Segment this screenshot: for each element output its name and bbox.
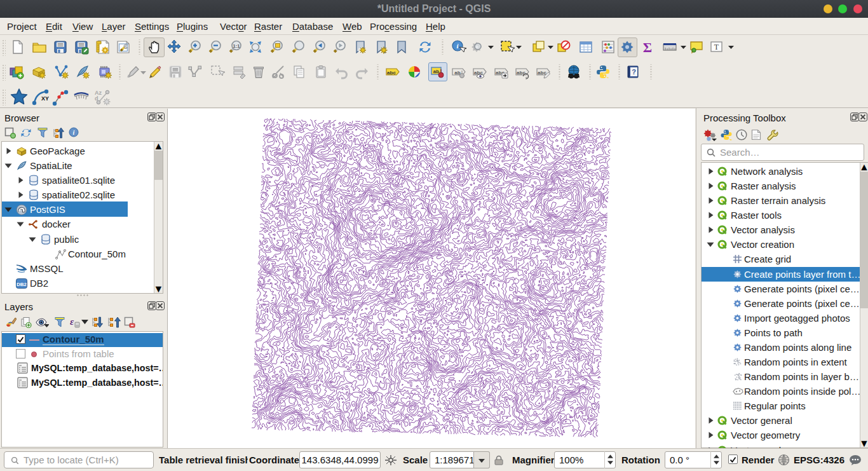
svg-text:ab: ab [433, 69, 439, 74]
svg-text:T: T [714, 43, 719, 51]
svg-text:abc: abc [538, 70, 546, 76]
svg-text:ε: ε [70, 317, 74, 327]
svg-text:i: i [73, 129, 75, 136]
svg-text:abc: abc [387, 70, 396, 76]
svg-text:1:1: 1:1 [233, 43, 240, 49]
svg-text:ab: ab [454, 70, 460, 76]
svg-text:XY: XY [41, 95, 49, 102]
svg-text:DB2: DB2 [17, 282, 27, 287]
svg-text:Σ: Σ [643, 39, 652, 55]
svg-text:?: ? [632, 68, 636, 76]
